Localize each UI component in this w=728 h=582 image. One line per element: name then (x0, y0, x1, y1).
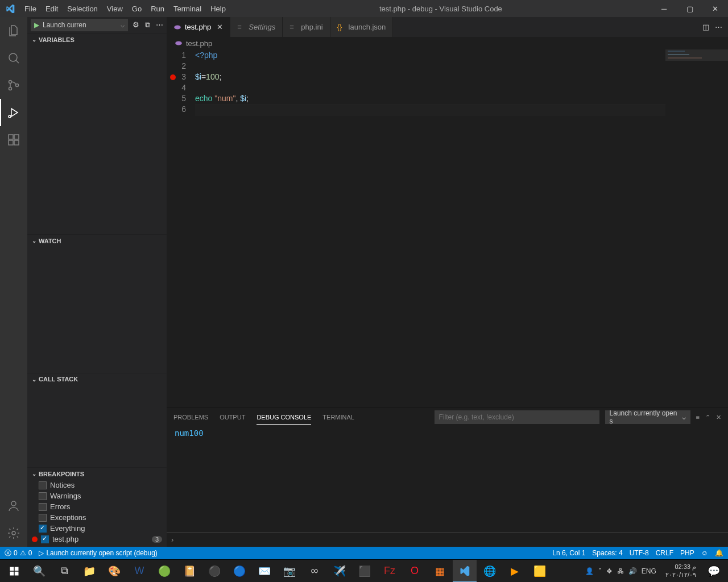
watch-section-header[interactable]: ⌄WATCH (27, 234, 167, 247)
code-line[interactable]: <?php (195, 51, 728, 61)
menu-view[interactable]: View (102, 0, 127, 17)
word-icon[interactable]: W (127, 560, 151, 583)
source-control-icon[interactable] (0, 72, 27, 99)
tab-launch-json[interactable]: {}launch.json (330, 17, 394, 37)
terminal-icon[interactable]: ⬛ (353, 560, 377, 583)
checkbox[interactable] (39, 492, 47, 500)
notes-icon[interactable]: 🟨 (528, 560, 552, 583)
close-icon[interactable]: ✕ (217, 23, 223, 31)
checkbox[interactable] (39, 525, 47, 533)
checkbox[interactable] (41, 535, 49, 543)
gear-icon[interactable]: ⚙ (133, 20, 139, 30)
breakpoints-section-header[interactable]: ⌄BREAKPOINTS (27, 467, 167, 480)
panel-settings-icon[interactable]: ≡ (696, 414, 700, 421)
menu-help[interactable]: Help (206, 0, 230, 17)
opera-icon[interactable]: O (403, 560, 427, 583)
menu-file[interactable]: File (20, 0, 41, 17)
network-icon[interactable]: 🖧 (617, 567, 624, 575)
editor-body[interactable]: 123456 <?php$i=100;echo "num", $i; (167, 49, 728, 408)
panel-tab-problems[interactable]: PROBLEMS (173, 410, 208, 424)
launch-config-select[interactable]: ▶ Launch curren ⌵ (31, 19, 128, 31)
checkbox[interactable] (39, 514, 47, 522)
status-launch[interactable]: ▷Launch currently open script (debug) (39, 549, 157, 557)
volume-icon[interactable]: 🔊 (628, 567, 637, 575)
debug-icon[interactable] (0, 99, 27, 126)
people-icon[interactable]: 👤 (585, 567, 594, 575)
status-feedback-icon[interactable]: ☺ (701, 549, 708, 557)
paint-icon[interactable]: 🎨 (102, 560, 126, 583)
menu-go[interactable]: Go (127, 0, 146, 17)
explorer-icon[interactable] (0, 17, 27, 44)
chrome-icon[interactable]: 🟢 (152, 560, 176, 583)
dropbox-icon[interactable]: ❖ (606, 567, 613, 575)
panel-filter-input[interactable] (435, 410, 599, 424)
minimap[interactable] (665, 49, 728, 408)
line-number[interactable]: 3 (167, 72, 195, 83)
tray-chevron-icon[interactable]: ˄ (598, 567, 602, 575)
vscode-taskbar-icon[interactable] (453, 560, 477, 583)
start-button[interactable] (2, 560, 26, 583)
more-actions-icon[interactable]: ⋯ (715, 23, 722, 31)
code-line[interactable]: $i=100; (195, 72, 728, 83)
minimize-button[interactable]: ─ (651, 0, 677, 17)
telegram-icon[interactable]: ✈️ (328, 560, 351, 583)
search-icon[interactable] (0, 44, 27, 72)
callstack-section-header[interactable]: ⌄CALL STACK (27, 373, 167, 385)
breadcrumb[interactable]: test.php (167, 37, 728, 49)
breakpoint-item[interactable]: Everything (27, 523, 167, 534)
breakpoint-item[interactable]: Notices (27, 480, 167, 490)
close-button[interactable]: ✕ (702, 0, 728, 17)
task-view-icon[interactable]: ⧉ (52, 560, 76, 583)
status-bell-icon[interactable]: 🔔 (715, 549, 723, 557)
checkbox[interactable] (39, 503, 47, 511)
line-gutter[interactable]: 123456 (167, 49, 195, 408)
line-number[interactable]: 1 (167, 51, 195, 61)
edge-icon[interactable]: 🔵 (228, 560, 251, 583)
breakpoint-file[interactable]: test.php3 (27, 534, 167, 544)
panel-tab-terminal[interactable]: TERMINAL (322, 410, 354, 424)
menu-terminal[interactable]: Terminal (169, 0, 206, 17)
breakpoint-item[interactable]: Errors (27, 501, 167, 512)
notepad-icon[interactable]: 📔 (177, 560, 201, 583)
code-line[interactable] (195, 61, 728, 72)
tab-php-ini[interactable]: ≡php.ini (283, 17, 330, 37)
code-line[interactable]: echo "num", $i; (195, 94, 728, 105)
status-line-col[interactable]: Ln 6, Col 1 (552, 549, 585, 557)
camera-icon[interactable]: 📷 (278, 560, 301, 583)
checkbox[interactable] (39, 481, 47, 489)
breakpoint-item[interactable]: Exceptions (27, 512, 167, 523)
taskbar-search-icon[interactable]: 🔍 (27, 560, 51, 583)
maximize-button[interactable]: ▢ (677, 0, 702, 17)
taskbar-clock[interactable]: 02:33 م ٢٠٢٠/١٢/٠٩ (661, 563, 701, 578)
panel-tab-debug-console[interactable]: DEBUG CONSOLE (257, 410, 311, 425)
settings-icon[interactable] (0, 519, 27, 547)
panel-collapse-icon[interactable]: ⌃ (705, 414, 710, 421)
tab-settings[interactable]: ≡Settings (230, 17, 283, 37)
mail-icon[interactable]: ✉️ (253, 560, 276, 583)
status-errors[interactable]: ⓧ0⚠0 (5, 548, 32, 558)
tab-test-php[interactable]: test.php✕ (167, 17, 230, 37)
action-center-icon[interactable]: 💬 (702, 560, 726, 583)
line-number[interactable]: 6 (167, 105, 195, 115)
visualstudio-icon[interactable]: ∞ (303, 560, 326, 583)
breakpoint-item[interactable]: Warnings (27, 490, 167, 501)
panel-close-icon[interactable]: ✕ (716, 414, 721, 421)
line-number[interactable]: 4 (167, 83, 195, 94)
status-language[interactable]: PHP (680, 549, 694, 557)
code-area[interactable]: <?php$i=100;echo "num", $i; (195, 49, 728, 408)
menu-selection[interactable]: Selection (63, 0, 102, 17)
status-eol[interactable]: CRLF (656, 549, 673, 557)
variables-section-header[interactable]: ⌄VARIABLES (27, 33, 167, 45)
menu-run[interactable]: Run (146, 0, 169, 17)
panel-tab-output[interactable]: OUTPUT (220, 410, 245, 424)
debug-console-icon[interactable]: ⧉ (145, 20, 150, 30)
accounts-icon[interactable] (0, 492, 27, 519)
debug-console-input[interactable]: › (167, 532, 728, 547)
filezilla-icon[interactable]: Fz (378, 560, 402, 583)
code-line[interactable] (195, 105, 728, 115)
more-icon[interactable]: ⋯ (156, 20, 163, 30)
panel-launch-select[interactable]: Launch currently open s⌵ (605, 410, 690, 424)
obs-icon[interactable]: ⚫ (202, 560, 226, 583)
file-explorer-icon[interactable]: 📁 (77, 560, 101, 583)
split-editor-icon[interactable]: ◫ (702, 23, 709, 31)
